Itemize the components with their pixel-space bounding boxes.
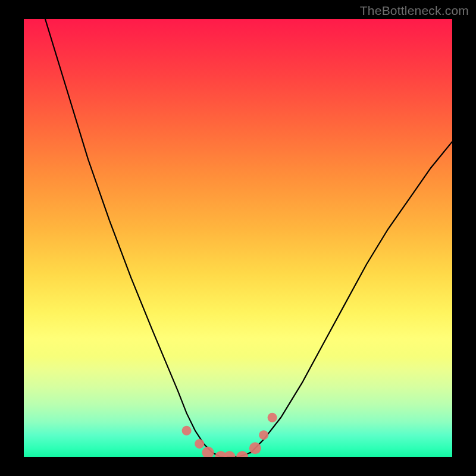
data-marker — [182, 426, 192, 436]
data-markers — [182, 413, 277, 457]
bottleneck-curve — [45, 19, 452, 457]
watermark-text: TheBottleneck.com — [360, 4, 469, 18]
chart-plot-area — [24, 19, 452, 457]
data-marker — [259, 430, 268, 440]
data-marker — [268, 413, 277, 422]
data-marker — [202, 447, 214, 457]
data-marker — [249, 442, 261, 454]
chart-svg — [24, 19, 452, 457]
data-marker — [224, 451, 236, 457]
data-marker — [195, 439, 204, 449]
data-marker — [236, 451, 248, 457]
chart-frame: TheBottleneck.com — [0, 0, 476, 476]
